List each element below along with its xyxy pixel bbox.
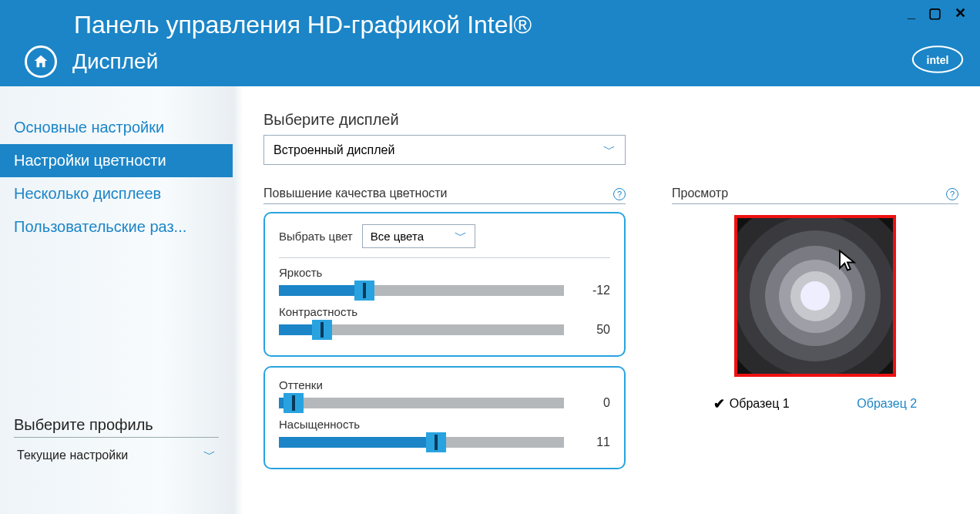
app-title: Панель управления HD-графикой Intel® (0, 0, 980, 39)
select-color-value: Все цвета (371, 230, 424, 243)
svg-text:intel: intel (927, 54, 949, 66)
chevron-down-icon: ﹀ (203, 447, 216, 463)
maximize-button[interactable]: ▢ (928, 5, 946, 21)
cursor-icon (836, 249, 859, 272)
section-title: Дисплей (72, 49, 158, 74)
contrast-value: 50 (579, 323, 610, 337)
chevron-down-icon: ﹀ (603, 142, 616, 158)
sidebar-item-custom[interactable]: Пользовательские раз... (0, 210, 233, 244)
sidebar-item-basic[interactable]: Основные настройки (0, 111, 233, 144)
profile-label: Выберите профиль (14, 416, 219, 438)
sample-1-button[interactable]: ✔ Образец 1 (713, 395, 790, 412)
home-icon (32, 53, 49, 70)
sidebar-item-label: Пользовательские раз... (14, 218, 186, 235)
select-color-label: Выбрать цвет (279, 230, 353, 243)
help-icon[interactable]: ? (946, 188, 958, 200)
sidebar-item-color[interactable]: Настройки цветности (0, 144, 233, 177)
help-icon[interactable]: ? (613, 188, 626, 200)
brightness-slider[interactable] (279, 285, 564, 296)
minimize-button[interactable]: _ (908, 5, 920, 21)
contrast-slider[interactable] (279, 324, 564, 335)
display-select[interactable]: Встроенный дисплей ﹀ (263, 135, 626, 165)
sample-2-button[interactable]: Образец 2 (857, 397, 917, 411)
sidebar-item-multi[interactable]: Несколько дисплеев (0, 177, 233, 210)
brightness-contrast-panel: Выбрать цвет Все цвета ﹀ Яркость (263, 212, 626, 357)
profile-select[interactable]: Текущие настройки ﹀ (14, 442, 219, 468)
hue-value: 0 (579, 396, 610, 410)
slider-label-saturation: Насыщенность (279, 418, 610, 431)
window-controls: _ ▢ ✕ (908, 5, 971, 22)
close-button[interactable]: ✕ (955, 5, 971, 21)
sidebar-item-label: Основные настройки (14, 119, 164, 136)
preview-title: Просмотр (672, 186, 728, 200)
brightness-value: -12 (579, 284, 610, 297)
chevron-down-icon: ﹀ (455, 228, 467, 244)
slider-label-brightness: Яркость (279, 266, 610, 279)
saturation-slider[interactable] (279, 437, 564, 448)
saturation-value: 11 (579, 435, 610, 449)
header: _ ▢ ✕ Панель управления HD-графикой Inte… (0, 0, 980, 86)
slider-label-contrast: Контрастность (279, 305, 610, 318)
sidebar-item-label: Несколько дисплеев (14, 185, 161, 202)
intel-logo: intel (911, 42, 965, 80)
sample-2-label: Образец 2 (857, 397, 917, 411)
preview-image (734, 215, 896, 377)
main-content: Выберите дисплей Встроенный дисплей ﹀ По… (233, 86, 980, 514)
select-color-dropdown[interactable]: Все цвета ﹀ (362, 224, 475, 248)
display-select-label: Выберите дисплей (263, 111, 958, 129)
sidebar-item-label: Настройки цветности (14, 152, 166, 169)
profile-select-value: Текущие настройки (17, 448, 128, 462)
sidebar: Основные настройки Настройки цветности Н… (0, 86, 233, 514)
check-icon: ✔ (713, 395, 725, 412)
slider-label-hue: Оттенки (279, 378, 610, 391)
display-select-value: Встроенный дисплей (274, 143, 394, 157)
hue-saturation-panel: Оттенки 0 Насыщенность (263, 366, 626, 469)
sample-1-label: Образец 1 (730, 397, 790, 411)
home-button[interactable] (25, 45, 57, 78)
hue-slider[interactable] (279, 398, 564, 408)
color-section-title: Повышение качества цветности (263, 186, 448, 200)
